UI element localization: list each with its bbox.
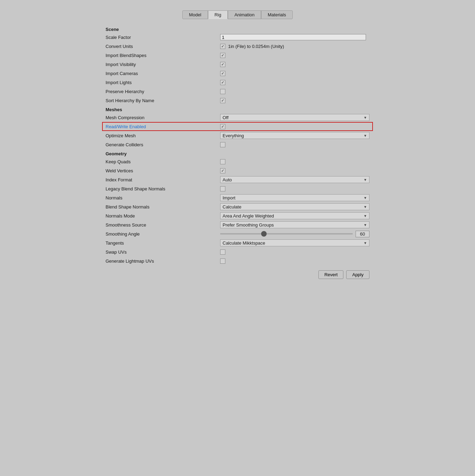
- smoothing-angle-fill: [220, 233, 264, 235]
- blend-shape-normals-dropdown[interactable]: Calculate ▼: [220, 203, 369, 210]
- tangents-row: Tangents Calculate Mikktspace ▼: [102, 238, 373, 247]
- smoothing-angle-value-display[interactable]: 60: [356, 231, 369, 237]
- index-format-row: Index Format Auto ▼: [102, 175, 373, 184]
- import-blendshapes-checkbox[interactable]: [220, 53, 225, 58]
- smoothing-angle-thumb[interactable]: [261, 231, 267, 237]
- keep-quads-row: Keep Quads: [102, 157, 373, 166]
- preserve-hierarchy-row: Preserve Hierarchy: [102, 87, 373, 96]
- scale-factor-value: [220, 34, 369, 40]
- tangents-dropdown-text: Calculate Mikktspace: [223, 240, 265, 246]
- normals-value: Import ▼: [220, 194, 369, 201]
- smoothing-angle-row: Smoothing Angle 60: [102, 229, 373, 238]
- normals-label: Normals: [106, 195, 220, 200]
- smoothness-source-dropdown-text: Prefer Smoothing Groups: [223, 222, 274, 228]
- smoothing-angle-slider-container: 60: [220, 231, 369, 237]
- scale-factor-row: Scale Factor: [102, 33, 373, 42]
- normals-mode-dropdown[interactable]: Area And Angle Weighted ▼: [220, 212, 369, 219]
- normals-dropdown[interactable]: Import ▼: [220, 194, 369, 201]
- revert-button[interactable]: Revert: [318, 270, 343, 279]
- sort-hierarchy-checkbox[interactable]: [220, 98, 225, 103]
- tangents-label: Tangents: [106, 240, 220, 246]
- tab-model[interactable]: Model: [182, 10, 208, 19]
- tab-animation[interactable]: Animation: [228, 10, 261, 19]
- tangents-dropdown[interactable]: Calculate Mikktspace ▼: [220, 239, 369, 246]
- legacy-blend-shape-normals-checkbox[interactable]: [220, 186, 225, 191]
- import-cameras-checkbox[interactable]: [220, 71, 225, 76]
- keep-quads-value: [220, 159, 369, 164]
- normals-mode-dropdown-arrow: ▼: [364, 214, 367, 218]
- import-lights-label: Import Lights: [106, 80, 220, 85]
- meshes-section-header: Meshes: [102, 105, 373, 113]
- blend-shape-normals-dropdown-arrow: ▼: [364, 205, 367, 209]
- optimize-mesh-dropdown-arrow: ▼: [364, 134, 367, 138]
- import-visibility-checkbox[interactable]: [220, 62, 225, 67]
- swap-uvs-checkbox[interactable]: [220, 249, 225, 255]
- index-format-label: Index Format: [106, 177, 220, 182]
- preserve-hierarchy-label: Preserve Hierarchy: [106, 89, 220, 94]
- smoothness-source-value: Prefer Smoothing Groups ▼: [220, 221, 369, 228]
- normals-dropdown-arrow: ▼: [364, 196, 367, 200]
- import-cameras-row: Import Cameras: [102, 69, 373, 78]
- smoothness-source-dropdown-arrow: ▼: [364, 223, 367, 227]
- tab-rig[interactable]: Rig: [208, 10, 228, 19]
- convert-units-row: Convert Units 1in (File) to 0.0254m (Uni…: [102, 42, 373, 51]
- generate-lightmap-uvs-checkbox[interactable]: [220, 258, 225, 264]
- tab-materials[interactable]: Materials: [261, 10, 293, 19]
- optimize-mesh-value: Everything ▼: [220, 132, 369, 139]
- smoothness-source-dropdown[interactable]: Prefer Smoothing Groups ▼: [220, 221, 369, 228]
- convert-units-text: 1in (File) to 0.0254m (Unity): [228, 44, 284, 49]
- optimize-mesh-row: Optimize Mesh Everything ▼: [102, 131, 373, 140]
- apply-button[interactable]: Apply: [346, 270, 369, 279]
- meshes-label: Meshes: [106, 107, 122, 112]
- weld-vertices-row: Weld Vertices: [102, 166, 373, 175]
- mesh-compression-label: Mesh Compression: [106, 115, 220, 120]
- read-write-enabled-row: Read/Write Enabled: [102, 122, 373, 131]
- import-visibility-row: Import Visibility: [102, 60, 373, 69]
- sort-hierarchy-row: Sort Hierarchy By Name: [102, 96, 373, 105]
- sort-hierarchy-label: Sort Hierarchy By Name: [106, 98, 220, 103]
- settings-panel: Model Rig Animation Materials Scene Scal…: [102, 7, 373, 285]
- index-format-dropdown[interactable]: Auto ▼: [220, 176, 369, 183]
- legacy-blend-shape-normals-value: [220, 186, 369, 191]
- tangents-value: Calculate Mikktspace ▼: [220, 239, 369, 246]
- generate-colliders-checkbox[interactable]: [220, 142, 225, 147]
- generate-lightmap-uvs-label: Generate Lightmap UVs: [106, 258, 220, 264]
- index-format-dropdown-text: Auto: [223, 177, 232, 182]
- weld-vertices-checkbox[interactable]: [220, 168, 225, 173]
- mesh-compression-dropdown-text: Off: [223, 115, 228, 120]
- index-format-value: Auto ▼: [220, 176, 369, 183]
- blend-shape-normals-value: Calculate ▼: [220, 203, 369, 210]
- scene-label: Scene: [106, 27, 119, 32]
- mesh-compression-dropdown[interactable]: Off ▼: [220, 114, 369, 121]
- generate-colliders-label: Generate Colliders: [106, 142, 220, 147]
- scale-factor-input[interactable]: [220, 34, 366, 40]
- blend-shape-normals-label: Blend Shape Normals: [106, 204, 220, 210]
- generate-lightmap-uvs-row: Generate Lightmap UVs: [102, 256, 373, 265]
- blend-shape-normals-dropdown-text: Calculate: [223, 204, 241, 210]
- optimize-mesh-label: Optimize Mesh: [106, 133, 220, 138]
- smoothing-angle-track[interactable]: [220, 233, 353, 235]
- preserve-hierarchy-value: [220, 89, 369, 94]
- normals-mode-value: Area And Angle Weighted ▼: [220, 212, 369, 219]
- bottom-bar: Revert Apply: [102, 268, 373, 282]
- normals-row: Normals Import ▼: [102, 193, 373, 202]
- convert-units-checkbox[interactable]: [220, 44, 225, 49]
- smoothing-angle-value: 60: [220, 231, 369, 237]
- smoothness-source-row: Smoothness Source Prefer Smoothing Group…: [102, 220, 373, 229]
- swap-uvs-value: [220, 249, 369, 255]
- import-blendshapes-label: Import BlendShapes: [106, 53, 220, 58]
- legacy-blend-shape-normals-label: Legacy Blend Shape Normals: [106, 186, 220, 191]
- read-write-enabled-checkbox[interactable]: [220, 124, 225, 129]
- optimize-mesh-dropdown[interactable]: Everything ▼: [220, 132, 369, 139]
- import-lights-row: Import Lights: [102, 78, 373, 87]
- normals-dropdown-text: Import: [223, 195, 235, 200]
- mesh-compression-value: Off ▼: [220, 114, 369, 121]
- preserve-hierarchy-checkbox[interactable]: [220, 89, 225, 94]
- scale-factor-label: Scale Factor: [106, 35, 220, 40]
- keep-quads-checkbox[interactable]: [220, 159, 225, 164]
- weld-vertices-value: [220, 168, 369, 173]
- tab-bar: Model Rig Animation Materials: [102, 10, 373, 19]
- import-visibility-label: Import Visibility: [106, 62, 220, 67]
- import-lights-checkbox[interactable]: [220, 80, 225, 85]
- read-write-enabled-label: Read/Write Enabled: [106, 124, 220, 129]
